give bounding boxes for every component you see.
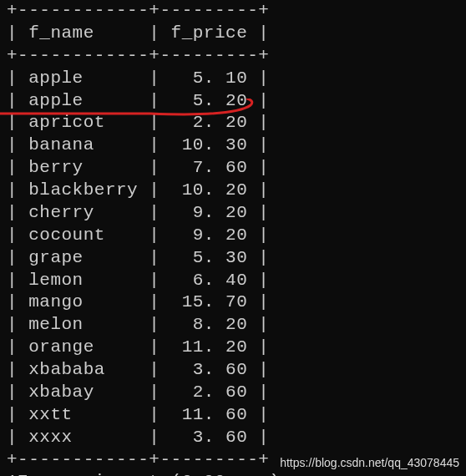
- watermark: https://blog.csdn.net/qq_43078445: [280, 456, 459, 471]
- mysql-output: +------------+---------+ | f_name | f_pr…: [0, 0, 466, 476]
